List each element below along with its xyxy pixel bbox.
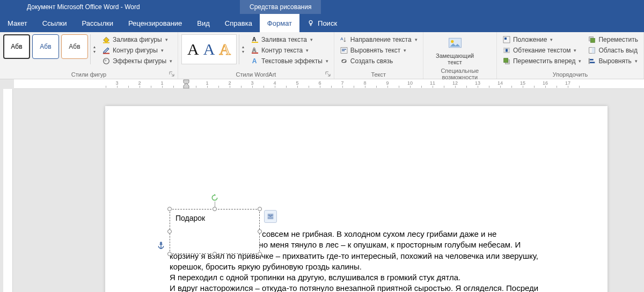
shape-style-gallery-more[interactable]: ▴▾ bbox=[90, 34, 98, 64]
textbox-text[interactable]: Подарок bbox=[175, 214, 205, 222]
contextual-tab-label: Средства рисования bbox=[250, 3, 311, 11]
group-label-wordart: Стили WordArt bbox=[181, 70, 331, 78]
svg-rect-33 bbox=[590, 62, 595, 63]
chevron-down-icon: ▾ bbox=[165, 37, 168, 42]
svg-rect-32 bbox=[590, 59, 594, 61]
shape-style-preset-1[interactable]: Абв bbox=[3, 34, 30, 59]
dialog-launcher-icon[interactable] bbox=[325, 71, 331, 77]
wordart-preset-3[interactable]: A bbox=[219, 40, 231, 58]
chevron-down-icon: ▾ bbox=[306, 48, 309, 53]
text-direction-button[interactable]: A Направление текста▾ bbox=[338, 34, 420, 45]
chevron-down-icon: ▾ bbox=[161, 48, 164, 53]
chevron-down-icon: ▾ bbox=[404, 48, 406, 53]
wrap-text-button[interactable]: Обтекание текстом▾ bbox=[500, 45, 583, 56]
rotate-connector bbox=[215, 201, 215, 207]
svg-rect-30 bbox=[592, 48, 595, 54]
align-button[interactable]: Выровнять▾ bbox=[586, 56, 640, 66]
wordart-gallery-more[interactable]: ▴▾ bbox=[239, 34, 246, 64]
document-page[interactable]: Подарок Не грибная была осень, совсем не… bbox=[105, 106, 608, 292]
bring-forward-icon bbox=[502, 57, 511, 65]
group-label-shape-styles: Стили фигур bbox=[3, 70, 174, 78]
shape-outline-button[interactable]: Контур фигуры▾ bbox=[100, 45, 174, 56]
textbox-frame[interactable]: Подарок bbox=[170, 209, 260, 254]
paragraph[interactable]: Я переходил с одной тропинки на другую, … bbox=[170, 272, 543, 283]
svg-text:A: A bbox=[252, 47, 257, 53]
create-link-button[interactable]: Создать связь bbox=[338, 56, 420, 66]
svg-point-0 bbox=[309, 20, 312, 24]
shape-effects-button[interactable]: Эффекты фигуры▾ bbox=[100, 56, 174, 66]
send-backward-button[interactable]: Переместить bbox=[586, 34, 640, 45]
bring-forward-button[interactable]: Переместить вперед▾ bbox=[500, 56, 583, 66]
svg-rect-28 bbox=[591, 38, 595, 42]
svg-rect-1 bbox=[103, 42, 109, 43]
resize-handle-w[interactable] bbox=[167, 229, 172, 234]
group-label-accessibility: Специальные возможности bbox=[427, 66, 493, 80]
shape-fill-button[interactable]: Заливка фигуры▾ bbox=[100, 34, 174, 45]
link-icon bbox=[340, 57, 348, 65]
svg-rect-26 bbox=[504, 58, 508, 63]
wrap-text-icon bbox=[502, 46, 511, 55]
svg-rect-8 bbox=[252, 53, 258, 54]
group-arrange: Положение▾ Обтекание текстом▾ Переместит… bbox=[497, 32, 644, 79]
titlebar: Документ Microsoft Office Word - Word Ср… bbox=[0, 0, 644, 14]
vertical-ruler[interactable] bbox=[3, 89, 13, 292]
shape-style-preset-3[interactable]: Абв bbox=[61, 34, 88, 59]
window-title: Документ Microsoft Office Word - Word bbox=[27, 3, 140, 11]
tab-mailings[interactable]: Рассылки bbox=[75, 14, 121, 32]
tab-view[interactable]: Вид bbox=[189, 14, 217, 32]
chevron-down-icon: ▾ bbox=[574, 48, 576, 53]
svg-rect-6 bbox=[252, 42, 258, 43]
group-wordart-styles: A A A ▴▾ A Заливка текста▾ A Контур текс… bbox=[178, 32, 334, 79]
layout-options-icon bbox=[266, 212, 275, 221]
align-text-button[interactable]: Выровнять текст▾ bbox=[338, 45, 420, 56]
lightbulb-icon bbox=[307, 19, 314, 27]
resize-handle-ne[interactable] bbox=[258, 207, 262, 211]
wordart-gallery[interactable]: A A A bbox=[181, 34, 237, 64]
position-icon bbox=[502, 35, 511, 44]
resize-handle-se[interactable] bbox=[258, 252, 262, 256]
tab-format[interactable]: Формат bbox=[260, 14, 299, 32]
text-effects-button[interactable]: A Текстовые эффекты▾ bbox=[248, 56, 331, 66]
chevron-down-icon: ▾ bbox=[310, 37, 313, 42]
rotate-handle[interactable] bbox=[211, 194, 218, 201]
chevron-down-icon: ▾ bbox=[415, 37, 418, 42]
group-label-arrange: Упорядочить bbox=[500, 70, 640, 78]
resize-handle-sw[interactable] bbox=[167, 252, 172, 256]
selected-textbox[interactable]: Подарок bbox=[170, 209, 260, 254]
wordart-preset-1[interactable]: A bbox=[187, 40, 199, 58]
selection-pane-button[interactable]: Область выд bbox=[586, 45, 640, 56]
shape-style-preset-2[interactable]: Абв bbox=[32, 34, 59, 59]
chevron-down-icon: ▾ bbox=[170, 58, 172, 64]
object-anchor-icon[interactable] bbox=[157, 241, 165, 252]
svg-text:A: A bbox=[252, 36, 257, 42]
align-icon bbox=[588, 57, 596, 65]
chevron-down-icon: ▾ bbox=[635, 58, 638, 64]
ribbon: Абв Абв Абв ▴▾ Заливка фигуры▾ Контур фи… bbox=[0, 32, 644, 79]
group-accessibility: Замещающий текст Специальные возможности bbox=[423, 32, 497, 79]
resize-handle-nw[interactable] bbox=[167, 207, 172, 211]
group-shape-styles: Абв Абв Абв ▴▾ Заливка фигуры▾ Контур фи… bbox=[0, 32, 178, 79]
tell-me-search[interactable]: Поиск bbox=[299, 14, 345, 32]
dialog-launcher-icon[interactable] bbox=[169, 71, 174, 77]
text-fill-button[interactable]: A Заливка текста▾ bbox=[248, 34, 331, 45]
resize-handle-e[interactable] bbox=[258, 229, 262, 234]
paragraph[interactable]: И вдруг насторожился – откуда-то потянул… bbox=[170, 283, 543, 292]
svg-text:A: A bbox=[340, 36, 343, 41]
position-button[interactable]: Положение▾ bbox=[500, 34, 583, 45]
alt-text-button[interactable]: Замещающий текст bbox=[427, 34, 484, 66]
text-outline-button[interactable]: A Контур текста▾ bbox=[248, 45, 331, 56]
tab-references[interactable]: Ссылки bbox=[35, 14, 75, 32]
paint-bucket-icon bbox=[102, 35, 111, 44]
indent-marker-icon[interactable] bbox=[183, 79, 189, 89]
resize-handle-n[interactable] bbox=[213, 207, 217, 211]
tab-layout[interactable]: Макет bbox=[0, 14, 35, 32]
horizontal-ruler[interactable]: 3211234567891011121314151617 bbox=[14, 79, 644, 89]
resize-handle-s[interactable] bbox=[213, 252, 217, 256]
tab-help[interactable]: Справка bbox=[217, 14, 260, 32]
wordart-preset-2[interactable]: A bbox=[203, 40, 215, 58]
chevron-down-icon: ▾ bbox=[579, 58, 581, 64]
layout-options-button[interactable] bbox=[264, 210, 277, 223]
tab-review[interactable]: Рецензирование bbox=[121, 14, 189, 32]
pencil-outline-icon bbox=[102, 46, 111, 55]
text-effects-icon: A bbox=[251, 57, 259, 65]
